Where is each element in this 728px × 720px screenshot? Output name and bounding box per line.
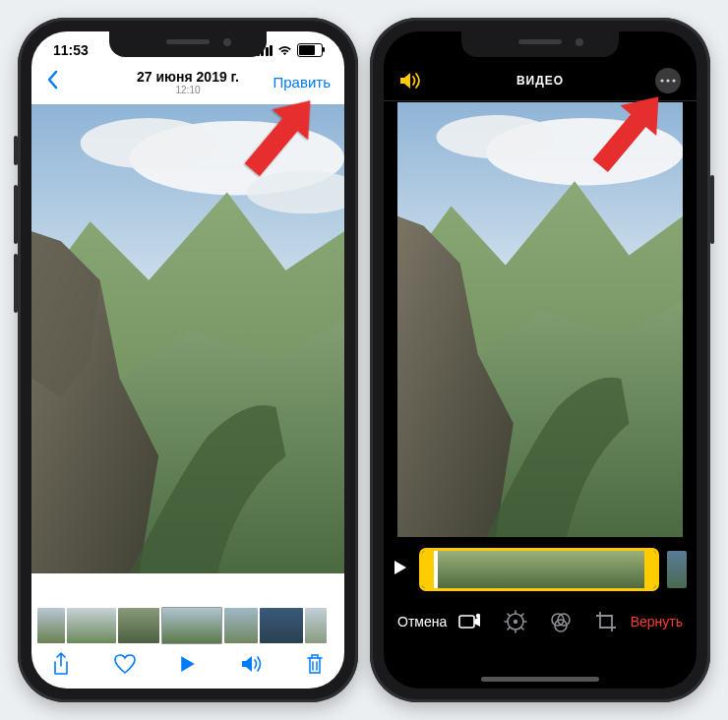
svg-point-6 (672, 79, 675, 82)
volume-button[interactable] (240, 652, 264, 676)
filters-tab-icon[interactable] (549, 610, 573, 633)
notch (461, 31, 619, 57)
more-button[interactable] (655, 68, 681, 93)
media-viewer[interactable] (31, 104, 344, 608)
delete-button[interactable] (303, 652, 327, 676)
nav-date: 27 июня 2019 г. (137, 69, 239, 85)
notch (109, 31, 267, 57)
overflow-clip[interactable] (667, 551, 687, 588)
edit-canvas[interactable] (397, 102, 683, 537)
bottom-toolbar (31, 645, 344, 683)
svg-rect-10 (459, 616, 474, 628)
svg-point-2 (81, 118, 217, 169)
nav-title: 27 июня 2019 г. 12:10 (137, 69, 239, 95)
nav-time: 12:10 (137, 85, 239, 95)
favorite-button[interactable] (113, 652, 137, 676)
edit-topbar: ВИДЕО (384, 61, 697, 101)
adjust-tab-icon[interactable] (504, 610, 527, 633)
timeline-play-button[interactable] (394, 560, 411, 579)
edit-button[interactable]: Править (273, 74, 332, 90)
crop-tab-icon[interactable] (594, 610, 618, 633)
play-button[interactable] (176, 652, 200, 676)
video-timeline[interactable] (394, 549, 687, 590)
share-button[interactable] (49, 652, 73, 676)
edit-toolbar: Отмена Вернуть (384, 600, 697, 643)
battery-icon (297, 43, 323, 57)
volume-toggle[interactable] (399, 72, 425, 90)
svg-point-5 (666, 79, 669, 82)
back-button[interactable] (45, 70, 59, 93)
trim-strip[interactable] (419, 548, 659, 591)
wifi-icon (277, 45, 292, 56)
phone-frame-left: 11:53 27 июня 2019 г. 12:10 Править (18, 18, 358, 702)
mode-label: ВИДЕО (516, 74, 564, 88)
home-indicator[interactable] (481, 677, 599, 682)
status-time: 11:53 (53, 42, 89, 58)
screen-left: 11:53 27 июня 2019 г. 12:10 Править (31, 31, 344, 689)
playhead[interactable] (434, 549, 438, 590)
video-tab-icon[interactable] (458, 610, 482, 633)
thumbnail-strip[interactable] (31, 606, 344, 645)
screen-right: ВИДЕО (384, 31, 697, 689)
cancel-button[interactable]: Отмена (397, 614, 447, 630)
svg-point-13 (514, 620, 517, 624)
phone-frame-right: ВИДЕО (370, 18, 710, 702)
nav-bar: 27 июня 2019 г. 12:10 Править (31, 61, 344, 102)
revert-button[interactable]: Вернуть (631, 614, 683, 630)
svg-point-4 (660, 79, 663, 82)
svg-point-9 (437, 115, 556, 158)
svg-point-11 (476, 614, 480, 618)
